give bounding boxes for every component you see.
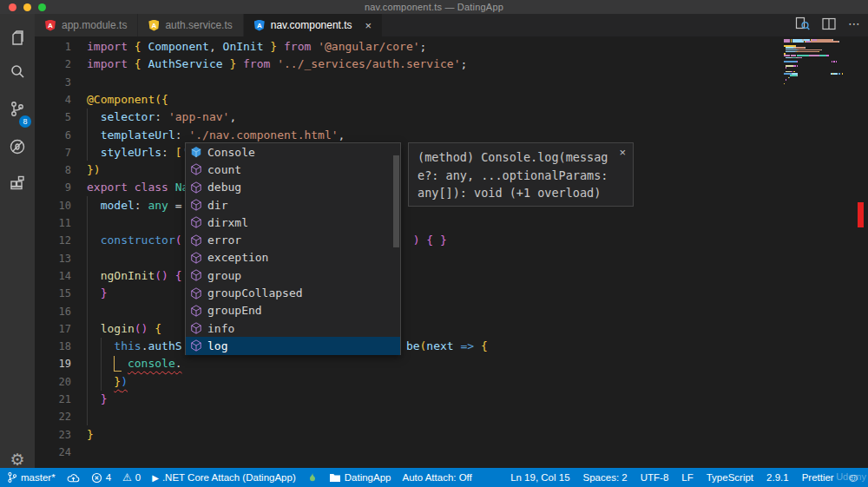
search-icon[interactable] xyxy=(0,57,35,87)
status-4[interactable]: 4 xyxy=(91,472,111,484)
gutter-line-number: 19 xyxy=(35,355,71,372)
status-0[interactable]: ⚠0 xyxy=(122,472,141,483)
status-label: Ln 19, Col 15 xyxy=(510,472,569,483)
tab-label: nav.component.ts xyxy=(271,19,352,31)
gutter-line-number: 10 xyxy=(35,197,71,214)
open-changes-icon[interactable] xyxy=(795,16,810,30)
status-2-9-1[interactable]: 2.9.1 xyxy=(766,472,789,483)
debug-icon[interactable] xyxy=(0,132,35,161)
code-token: , xyxy=(339,128,345,141)
code-token: export xyxy=(87,181,128,194)
tab-app.module.ts[interactable]: Aapp.module.ts xyxy=(35,14,138,36)
explorer-icon[interactable] xyxy=(0,24,35,54)
gutter-line-number: 21 xyxy=(35,391,71,408)
tab-label: app.module.ts xyxy=(62,19,127,31)
minimap-token xyxy=(798,61,832,63)
minimap-line xyxy=(784,67,786,69)
extensions-icon[interactable] xyxy=(0,168,35,198)
status-prettier[interactable]: Prettier xyxy=(802,472,834,483)
suggest-item-exception[interactable]: exception xyxy=(186,249,400,267)
tab-nav.component.ts[interactable]: Anav.component.ts× xyxy=(244,14,383,36)
source-control-icon[interactable]: 8 xyxy=(0,95,35,124)
status-datingapp[interactable]: DatingApp xyxy=(329,472,391,483)
code-token: ({ xyxy=(155,93,168,106)
code-token: 'app-nav' xyxy=(168,110,229,123)
code-token: } xyxy=(114,375,121,388)
minimap[interactable] xyxy=(784,39,846,88)
code-token: } xyxy=(101,286,108,299)
code-token xyxy=(87,146,101,159)
status-label: DatingApp xyxy=(345,472,391,483)
suggest-item-debug[interactable]: debug xyxy=(186,179,400,196)
status-utf-8[interactable]: UTF-8 xyxy=(641,472,669,483)
status-ln-19-col-15[interactable]: Ln 19, Col 15 xyxy=(510,472,569,483)
gutter-line-number: 16 xyxy=(35,303,71,320)
status-net-core-attach-datingapp[interactable]: ▶.NET Core Attach (DatingApp) xyxy=(152,472,296,483)
gutter-line-number: 15 xyxy=(35,285,71,302)
gutter-line-number: 12 xyxy=(35,232,71,249)
suggest-item-info[interactable]: info xyxy=(186,319,400,337)
split-editor-icon[interactable] xyxy=(822,17,836,30)
suggest-label: groupCollapsed xyxy=(207,286,303,299)
suggest-item-log[interactable]: log xyxy=(186,337,400,354)
code-token: { xyxy=(155,322,161,335)
code-token: } xyxy=(440,234,447,247)
suggest-scrollbar[interactable] xyxy=(393,155,399,247)
code-line: }) xyxy=(87,373,128,391)
gutter-line-number: 1 xyxy=(35,38,71,56)
suggest-item-groupEnd[interactable]: groupEnd xyxy=(186,302,400,319)
suggest-label: count xyxy=(207,163,241,176)
doc-line: (method) Console.log(messag xyxy=(418,148,624,167)
code-token: import xyxy=(87,40,128,53)
editor-actions: ⋯ xyxy=(795,16,861,30)
minimap-token xyxy=(801,57,802,59)
code-token: be xyxy=(406,339,420,352)
code-token: constructor xyxy=(87,234,175,247)
suggest-item-error[interactable]: error xyxy=(186,232,400,249)
status-auto-attach-off[interactable]: Auto Attach: Off xyxy=(402,472,471,483)
code-token: { xyxy=(481,339,488,352)
tab-label: auth.service.ts xyxy=(165,19,232,31)
code-token xyxy=(87,322,101,335)
code-token: : xyxy=(155,110,168,123)
suggest-item-dirxml[interactable]: dirxml xyxy=(186,214,400,231)
udemy-watermark: Udemy xyxy=(836,471,866,482)
minimap-token xyxy=(798,73,831,75)
suggest-item-group[interactable]: group xyxy=(186,267,400,284)
code-line: import { AuthService } from '../_service… xyxy=(87,56,467,73)
status-spaces-2[interactable]: Spaces: 2 xyxy=(583,472,628,483)
tab-auth.service.ts[interactable]: Aauth.service.ts xyxy=(138,14,243,36)
suggest-item-count[interactable]: count xyxy=(186,161,400,178)
method-icon xyxy=(190,269,202,281)
code-token: templateUrl xyxy=(101,128,175,141)
indent-guide xyxy=(87,196,88,425)
suggest-item-groupCollapsed[interactable]: groupCollapsed xyxy=(186,284,400,301)
code-token: @Component xyxy=(87,93,155,106)
minimap-token xyxy=(792,41,804,43)
tab-close-icon[interactable]: × xyxy=(365,19,372,32)
status-typescript[interactable]: TypeScript xyxy=(707,472,753,483)
more-actions-icon[interactable]: ⋯ xyxy=(848,16,861,30)
warning-icon: ⚠ xyxy=(122,472,132,483)
code-token: Component xyxy=(148,40,208,53)
angular-shield-icon: A xyxy=(45,20,56,31)
doc-close-icon[interactable]: × xyxy=(619,146,626,159)
suggest-item-Console[interactable]: Console xyxy=(186,143,400,161)
minimap-line xyxy=(784,57,802,59)
suggest-item-dir[interactable]: dir xyxy=(186,196,400,214)
minimap-line xyxy=(784,41,839,43)
gutter-line-number: 17 xyxy=(35,320,71,338)
code-token: login xyxy=(101,322,135,335)
status-label: 0 xyxy=(135,472,141,483)
status-label: 2.9.1 xyxy=(766,472,789,483)
status-master[interactable]: master* xyxy=(7,471,56,484)
code-token xyxy=(454,339,461,352)
suggest-label: info xyxy=(207,322,234,335)
status-lf[interactable]: LF xyxy=(681,472,693,483)
suggest-label: dir xyxy=(207,199,227,212)
status-cloud-upload[interactable] xyxy=(67,472,80,484)
code-token xyxy=(87,269,101,282)
status-flame[interactable] xyxy=(307,471,318,484)
method-icon xyxy=(190,305,202,317)
suggest-label: group xyxy=(207,269,241,282)
